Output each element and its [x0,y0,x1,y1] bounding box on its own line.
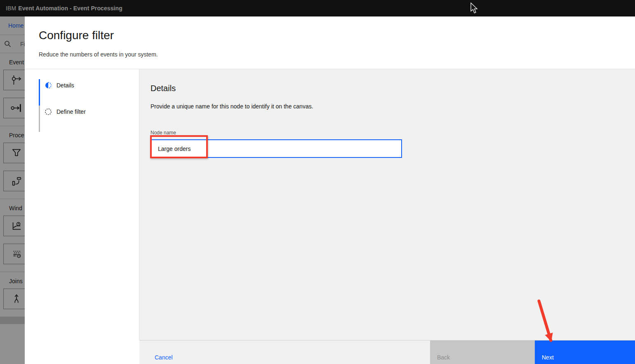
node-name-input[interactable] [151,139,402,158]
modal-description: Reduce the numbers of events in your sys… [39,51,635,58]
footer-buttons: Cancel Back Next [139,340,635,364]
cancel-button[interactable]: Cancel [155,341,430,364]
next-button[interactable]: Next [535,341,635,364]
step-current-icon [45,82,52,89]
content-description: Provide a unique name for this node to i… [151,103,635,110]
step-define-filter[interactable]: Define filter [39,106,139,132]
node-name-field: Node name [151,130,635,158]
modal-title: Configure filter [39,29,635,42]
footer-spacer [25,340,139,364]
node-name-label: Node name [151,130,635,136]
step-content-details: Details Provide a unique name for this n… [139,69,635,340]
back-button[interactable]: Back [430,341,535,364]
step-details[interactable]: Details [39,79,139,106]
step-incomplete-icon [45,108,52,115]
step-label: Details [56,82,74,89]
content-heading: Details [151,84,635,93]
configure-filter-modal: Configure filter Reduce the numbers of e… [25,16,635,364]
step-label: Define filter [56,108,86,115]
progress-indicator: Details Define filter [25,69,139,340]
modal-header: Configure filter Reduce the numbers of e… [25,16,635,69]
modal-footer: Cancel Back Next [25,340,635,364]
